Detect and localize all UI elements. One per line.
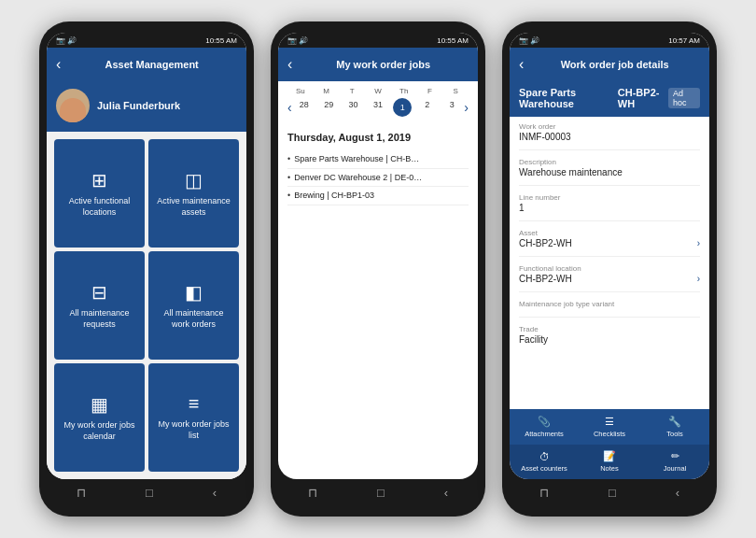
notes-label: Notes [600, 464, 619, 473]
toolbar-tools[interactable]: 🔧 Tools [642, 413, 707, 441]
tile-icon-work-orders: ◧ [185, 281, 203, 304]
tile-all-maintenance-requests[interactable]: ⊟ All maintenance requests [54, 251, 145, 360]
tile-icon-maintenance-requests: ⊟ [91, 281, 107, 304]
nav-title-1: Asset Management [66, 59, 237, 70]
field-label-trade: Trade [519, 325, 700, 333]
cal-day-31[interactable]: 31 [366, 98, 390, 117]
journal-label: Journal [664, 464, 687, 473]
checklists-label: Checklists [594, 430, 625, 438]
work-item-1[interactable]: • Denver DC Warehouse 2 | DE-0… [287, 169, 469, 188]
chevron-asset-icon: › [697, 238, 700, 248]
detail-code: CH-BP2-WH [618, 87, 668, 109]
field-asset[interactable]: Asset CH-BP2-WH › [519, 229, 700, 248]
calendar-days-row: 28 29 30 31 1 2 3 [292, 98, 465, 117]
nav-home-3[interactable]: □ [609, 486, 616, 500]
nav-bar-1: ‹ Asset Management [47, 48, 246, 81]
field-description: Description Warehouse maintenance [519, 158, 700, 177]
field-value-description: Warehouse maintenance [519, 167, 700, 177]
date-heading: Thursday, August 1, 2019 [278, 126, 478, 147]
back-button-2[interactable]: ‹ [287, 57, 292, 72]
cal-day-3[interactable]: 3 [440, 98, 464, 117]
nav-back-1[interactable]: ‹ [213, 486, 217, 500]
tile-icon-list: ≡ [189, 393, 200, 415]
phone-3: 📷 🔊 10:57 AM ‹ Work order job details Sp… [502, 21, 717, 517]
nav-recents-2[interactable]: ⊓ [308, 486, 317, 500]
nav-home-1[interactable]: □ [146, 486, 153, 500]
field-value-line-number: 1 [519, 203, 700, 213]
cal-day-2[interactable]: 2 [415, 98, 440, 117]
calendar-next[interactable]: › [464, 100, 469, 115]
tile-icon-maintenance-assets: ◫ [185, 169, 203, 191]
field-text-work-order: INMF-00003 [519, 132, 571, 142]
journal-icon: ✏ [671, 450, 679, 462]
field-trade: Trade Facility [519, 325, 700, 345]
field-value-asset: CH-BP2-WH › [519, 238, 700, 248]
calendar-days-header: Su M T W Th F S [287, 87, 469, 95]
status-time-2: 10:55 AM [437, 36, 469, 45]
back-button-3[interactable]: ‹ [519, 57, 524, 72]
day-header-th: Th [391, 87, 417, 95]
user-header: Julia Funderburk [47, 81, 246, 132]
checklists-icon: ☰ [605, 416, 614, 428]
work-item-0[interactable]: • Spare Parts Warehouse | CH-B… [287, 150, 469, 169]
nav-back-2[interactable]: ‹ [444, 486, 448, 500]
status-icons-left-3: 📷 🔊 [519, 36, 539, 45]
toolbar-notes[interactable]: 📝 Notes [577, 447, 642, 475]
day-header-su: Su [287, 87, 314, 95]
field-text-asset: CH-BP2-WH [519, 238, 572, 248]
field-value-trade: Facility [519, 334, 700, 345]
tile-all-maintenance-work-orders[interactable]: ◧ All maintenance work orders [148, 251, 239, 360]
nav-title-2: My work order jobs [298, 59, 469, 70]
user-name: Julia Funderburk [97, 100, 180, 111]
field-label-maintenance-job-type: Maintenance job type variant [519, 300, 700, 308]
work-items-list: • Spare Parts Warehouse | CH-B… • Denver… [278, 147, 478, 479]
field-label-line-number: Line number [519, 193, 700, 202]
toolbar-attachments[interactable]: 📎 Attachments [511, 413, 577, 441]
toolbar-asset-counters[interactable]: ⏱ Asset counters [511, 447, 577, 475]
field-label-asset: Asset [519, 229, 700, 237]
status-icons-left-2: 📷 🔊 [287, 36, 308, 45]
nav-home-2[interactable]: □ [377, 486, 385, 500]
nav-recents-1[interactable]: ⊓ [77, 486, 86, 500]
chevron-functional-location-icon: › [697, 274, 700, 284]
calendar-area: Su M T W Th F S ‹ 28 29 30 31 1 [278, 81, 478, 126]
field-text-line-number: 1 [519, 203, 525, 213]
tile-label-3: All maintenance work orders [154, 308, 233, 330]
status-bar-3: 📷 🔊 10:57 AM [510, 33, 709, 48]
cal-day-28[interactable]: 28 [292, 98, 316, 117]
tile-work-order-jobs-calendar[interactable]: ▦ My work order jobs calendar [54, 363, 145, 472]
nav-title-3: Work order job details [529, 59, 700, 70]
calendar-nav-row: ‹ 28 29 30 31 1 2 3 › [287, 98, 469, 117]
field-value-functional-location: CH-BP2-WH › [519, 274, 700, 284]
tools-icon: 🔧 [668, 416, 681, 428]
menu-grid: ⊞ Active functional locations ◫ Active m… [47, 132, 246, 479]
detail-header-top: Spare Parts Warehouse CH-BP2-WH Ad hoc [519, 87, 700, 109]
field-functional-location[interactable]: Functional location CH-BP2-WH › [519, 264, 700, 284]
toolbar-journal[interactable]: ✏ Journal [642, 447, 707, 475]
work-item-text-0: Spare Parts Warehouse | CH-B… [294, 153, 419, 165]
bullet-1: • [287, 172, 290, 184]
tools-label: Tools [666, 430, 683, 438]
field-line-number: Line number 1 [519, 193, 700, 213]
work-item-text-1: Denver DC Warehouse 2 | DE-0… [294, 172, 422, 184]
detail-body: Work order INMF-00003 Description Wareho… [510, 117, 709, 409]
nav-recents-3[interactable]: ⊓ [539, 486, 549, 500]
cal-day-1-today[interactable]: 1 [393, 98, 412, 117]
work-item-2[interactable]: • Brewing | CH-BP1-03 [287, 187, 469, 205]
tile-label-0: Active functional locations [60, 196, 139, 218]
tile-work-order-jobs-list[interactable]: ≡ My work order jobs list [148, 363, 239, 472]
tile-label-2: All maintenance requests [60, 308, 139, 330]
toolbar-checklists[interactable]: ☰ Checklists [577, 413, 642, 441]
nav-back-3[interactable]: ‹ [676, 486, 679, 500]
back-button-1[interactable]: ‹ [56, 57, 61, 72]
tile-active-functional-locations[interactable]: ⊞ Active functional locations [54, 139, 145, 248]
cal-day-30[interactable]: 30 [341, 98, 365, 117]
status-icons-left: 📷 🔊 [56, 36, 77, 45]
tile-active-maintenance-assets[interactable]: ◫ Active maintenance assets [148, 139, 239, 248]
cal-day-29[interactable]: 29 [316, 98, 341, 117]
field-maintenance-job-type: Maintenance job type variant [519, 300, 700, 309]
tile-icon-functional-locations: ⊞ [91, 169, 107, 191]
work-item-text-2: Brewing | CH-BP1-03 [294, 190, 374, 202]
attachments-label: Attachments [525, 430, 564, 438]
nav-bottom-3: ⊓ □ ‹ [510, 479, 709, 505]
